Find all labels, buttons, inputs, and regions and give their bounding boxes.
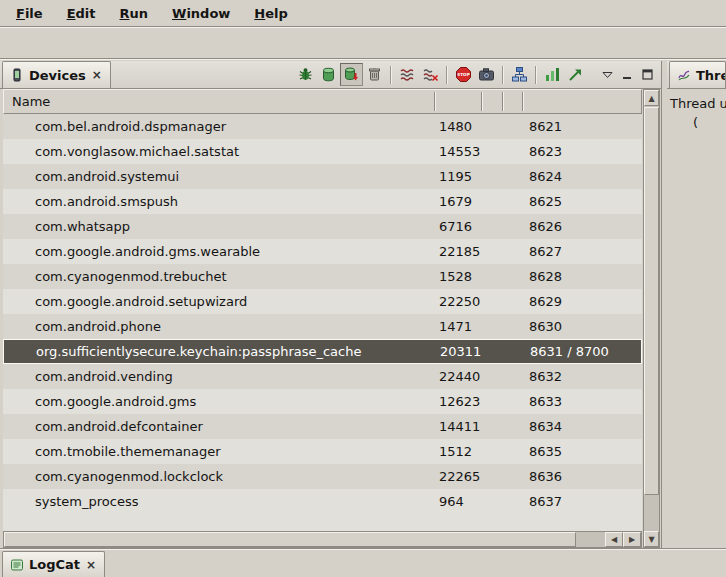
process-port: 8631 / 8700: [522, 344, 641, 359]
process-pid: 12623: [433, 394, 480, 409]
process-row[interactable]: org.sufficientlysecure.keychain:passphra…: [3, 339, 642, 364]
process-name: com.google.android.gms: [3, 394, 433, 409]
logcat-icon: [10, 558, 24, 572]
vertical-scrollbar-thumb[interactable]: [644, 107, 659, 495]
update-heap-icon[interactable]: [317, 63, 340, 86]
tab-threads-label: Threads: [696, 68, 726, 83]
process-name: com.android.smspush: [3, 194, 433, 209]
process-row[interactable]: com.vonglasow.michael.satstat145538623: [3, 139, 642, 164]
threads-view: Threads Thread up (: [667, 61, 726, 548]
dump-hprof-icon[interactable]: [340, 63, 363, 86]
process-pid: 22185: [433, 244, 480, 259]
threads-message-line1: Thread up: [670, 94, 723, 113]
devices-view-header: Devices × STOP: [0, 61, 661, 89]
process-port: 8637: [521, 494, 642, 509]
process-name: com.tmobile.thememanager: [3, 444, 433, 459]
menu-help[interactable]: Help: [242, 2, 299, 25]
process-port: 8633: [521, 394, 642, 409]
process-name: com.cyanogenmod.trebuchet: [3, 269, 433, 284]
column-header-name[interactable]: Name: [4, 94, 50, 109]
column-divider[interactable]: [481, 92, 482, 111]
process-table: Name com.bel.android.dspmanager14808621c…: [3, 89, 660, 548]
column-divider[interactable]: [522, 92, 523, 111]
process-pid: 22250: [433, 294, 480, 309]
vertical-scrollbar[interactable]: ▲ ▼: [643, 89, 660, 548]
screen-capture-icon[interactable]: [475, 63, 498, 86]
process-row[interactable]: com.android.defcontainer144118634: [3, 414, 642, 439]
process-pid: 1528: [433, 269, 480, 284]
column-divider[interactable]: [502, 92, 503, 111]
close-devices-tab-icon[interactable]: ×: [91, 68, 103, 82]
menu-edit[interactable]: Edit: [55, 2, 108, 25]
process-row[interactable]: com.google.android.gms.wearable221858627: [3, 239, 642, 264]
tab-logcat[interactable]: LogCat ×: [2, 551, 105, 577]
process-row[interactable]: com.google.android.gms126238633: [3, 389, 642, 414]
stop-method-profiling-icon[interactable]: [419, 63, 442, 86]
process-name: system_process: [3, 494, 433, 509]
process-row[interactable]: com.tmobile.thememanager15128635: [3, 439, 642, 464]
process-row[interactable]: com.google.android.setupwizard222508629: [3, 289, 642, 314]
process-name: com.android.phone: [3, 319, 433, 334]
process-pid: 1471: [433, 319, 480, 334]
debug-process-icon[interactable]: [294, 63, 317, 86]
view-menu-icon[interactable]: [597, 65, 617, 85]
threads-view-header: Threads: [667, 61, 726, 89]
process-row[interactable]: com.android.systemui11958624: [3, 164, 642, 189]
horizontal-scrollbar-track[interactable]: [576, 532, 605, 547]
process-name: com.android.systemui: [3, 169, 433, 184]
scroll-left-icon[interactable]: ◀: [605, 532, 623, 547]
systrace-icon[interactable]: [541, 63, 564, 86]
process-port: 8624: [521, 169, 642, 184]
scroll-down-icon[interactable]: ▼: [644, 531, 659, 547]
view-hierarchy-icon[interactable]: [508, 63, 531, 86]
maximize-icon[interactable]: [637, 65, 657, 85]
stop-process-icon[interactable]: STOP: [452, 63, 475, 86]
toolbar-spacer: [587, 74, 597, 75]
process-name: com.android.vending: [3, 369, 433, 384]
process-row[interactable]: com.bel.android.dspmanager14808621: [3, 114, 642, 139]
tab-devices[interactable]: Devices ×: [2, 61, 111, 88]
process-name: com.vonglasow.michael.satstat: [3, 144, 433, 159]
menu-run[interactable]: Run: [108, 2, 161, 25]
column-divider[interactable]: [434, 92, 435, 111]
close-logcat-tab-icon[interactable]: ×: [85, 558, 97, 572]
horizontal-scrollbar[interactable]: ◀ ▶: [3, 531, 642, 548]
threads-message: Thread up (: [667, 89, 726, 132]
process-row[interactable]: com.whatsapp67168626: [3, 214, 642, 239]
process-name: com.bel.android.dspmanager: [3, 119, 433, 134]
method-tracing-icon[interactable]: [564, 63, 587, 86]
process-port: 8629: [521, 294, 642, 309]
process-row[interactable]: com.cyanogenmod.trebuchet15288628: [3, 264, 642, 289]
tab-logcat-label: LogCat: [29, 557, 80, 572]
process-pid: 1512: [433, 444, 480, 459]
table-header: Name: [3, 89, 642, 114]
process-row[interactable]: system_process9648637: [3, 489, 642, 514]
cause-gc-icon[interactable]: [363, 63, 386, 86]
process-row[interactable]: com.android.vending224408632: [3, 364, 642, 389]
process-row[interactable]: com.cyanogenmod.lockclock222658636: [3, 464, 642, 489]
process-pid: 1679: [433, 194, 480, 209]
update-threads-icon[interactable]: [396, 63, 419, 86]
ddms-window: FileEditRunWindowHelp Devices × STOP Nam…: [0, 0, 726, 577]
main-toolbar: [0, 27, 726, 59]
toolbar-separator: [535, 66, 537, 84]
process-row[interactable]: com.android.phone14718630: [3, 314, 642, 339]
tab-threads[interactable]: Threads: [669, 61, 726, 88]
process-port: 8626: [521, 219, 642, 234]
process-name: com.google.android.gms.wearable: [3, 244, 433, 259]
menu-file[interactable]: File: [4, 2, 55, 25]
process-table-body: com.bel.android.dspmanager14808621com.vo…: [3, 114, 642, 531]
main-area: Devices × STOP Name com.bel.android.dspm…: [0, 61, 726, 548]
minimize-icon[interactable]: [617, 65, 637, 85]
process-port: 8635: [521, 444, 642, 459]
horizontal-scrollbar-thumb[interactable]: [4, 532, 576, 547]
process-port: 8627: [521, 244, 642, 259]
menu-bar: FileEditRunWindowHelp: [0, 0, 726, 27]
menu-window[interactable]: Window: [160, 2, 242, 25]
process-port: 8628: [521, 269, 642, 284]
scroll-right-icon[interactable]: ▶: [623, 532, 641, 547]
process-pid: 1480: [433, 119, 480, 134]
process-row[interactable]: com.android.smspush16798625: [3, 189, 642, 214]
threads-icon: [677, 68, 691, 82]
scroll-up-icon[interactable]: ▲: [644, 90, 659, 106]
